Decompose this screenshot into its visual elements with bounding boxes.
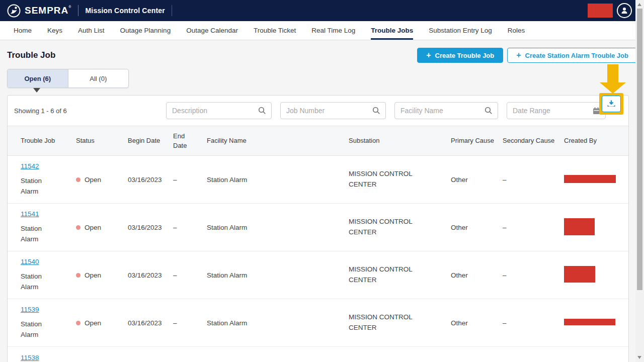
redacted-created-by: [564, 218, 595, 235]
job-type: Station Alarm: [21, 319, 50, 340]
primary-cause: Other: [451, 176, 503, 184]
trouble-jobs-card: Showing 1 - 6 of 6: [7, 95, 629, 362]
facility-name-filter: [394, 102, 498, 119]
col-primary-cause: Primary Cause: [451, 136, 503, 146]
create-trouble-job-button[interactable]: + Create Trouble Job: [417, 48, 503, 63]
col-status: Status: [76, 136, 128, 146]
header-divider: [78, 5, 78, 16]
end-date: –: [173, 319, 207, 327]
search-icon: [372, 107, 380, 115]
nav-item-roles[interactable]: Roles: [508, 21, 525, 40]
job-link-11539[interactable]: 11539: [21, 306, 39, 313]
filter-toolbar: Showing 1 - 6 of 6: [8, 96, 628, 126]
job-number-filter: [280, 102, 386, 119]
status-label: Open: [85, 224, 101, 231]
user-avatar-icon: [620, 7, 628, 15]
nav-item-outage-planning[interactable]: Outage Planning: [120, 21, 171, 40]
substation: MISSION CONTROL CENTER: [349, 169, 451, 190]
nav-item-trouble-jobs[interactable]: Trouble Jobs: [371, 21, 413, 40]
facility-name: Station Alarm: [207, 224, 349, 231]
scrollbar-up-icon[interactable]: [637, 3, 641, 6]
vertical-scrollbar[interactable]: [635, 0, 644, 362]
col-trouble-job: Trouble Job: [21, 136, 76, 146]
date-range-input[interactable]: [513, 107, 590, 115]
highlight-arrow-icon: [600, 64, 626, 94]
search-icon: [485, 107, 493, 115]
facility-name: Station Alarm: [207, 272, 349, 279]
nav-item-real-time-log[interactable]: Real Time Log: [311, 21, 355, 40]
facility-name: Station Alarm: [207, 319, 349, 327]
user-avatar-button[interactable]: [617, 3, 632, 18]
create-station-alarm-trouble-job-button[interactable]: + Create Station Alarm Trouble Job: [507, 48, 637, 63]
nav-item-trouble-ticket[interactable]: Trouble Ticket: [254, 21, 296, 40]
col-secondary-cause: Secondary Cause: [503, 136, 564, 146]
header-divider-2: [172, 5, 172, 16]
table-row: 11540 Station Alarm Open 03/16/2023 – St…: [8, 251, 628, 299]
sempra-logo: SEMPRA®: [7, 4, 71, 18]
trademark-mark: ®: [68, 5, 71, 9]
date-range-filter: [507, 102, 606, 119]
status-open-dot-icon: [76, 225, 80, 230]
tab-open[interactable]: Open (6): [8, 69, 68, 87]
begin-date: 03/16/2023: [128, 176, 173, 184]
nav-item-home[interactable]: Home: [14, 21, 32, 40]
nav-item-auth-list[interactable]: Auth List: [78, 21, 105, 40]
substation: MISSION CONTROL CENTER: [349, 264, 451, 286]
redacted-created-by: [564, 175, 616, 183]
facility-name-input[interactable]: [400, 107, 481, 115]
job-type: Station Alarm: [21, 176, 50, 197]
begin-date: 03/16/2023: [128, 224, 173, 231]
facility-name: Station Alarm: [207, 176, 349, 184]
scrollbar-down-icon[interactable]: [637, 356, 641, 359]
col-end-date: End Date: [173, 131, 207, 151]
nav-item-outage-calendar[interactable]: Outage Calendar: [186, 21, 238, 40]
search-icon: [258, 107, 266, 115]
col-begin-date: Begin Date: [128, 136, 173, 146]
status-open-dot-icon: [76, 177, 80, 182]
end-date: –: [173, 272, 207, 279]
status-open-dot-icon: [76, 273, 80, 278]
table-row: 11541 Station Alarm Open 03/16/2023 – St…: [8, 204, 628, 251]
description-input[interactable]: [172, 107, 255, 115]
redacted-created-by: [564, 319, 615, 325]
col-created-by: Created By: [564, 136, 628, 146]
begin-date: 03/16/2023: [128, 319, 173, 327]
description-filter: [166, 102, 272, 119]
end-date: –: [173, 224, 207, 231]
substation: MISSION CONTROL CENTER: [349, 217, 451, 238]
end-date: –: [173, 176, 207, 184]
main-nav: Home Keys Auth List Outage Planning Outa…: [0, 21, 644, 40]
create-station-alarm-label: Create Station Alarm Trouble Job: [525, 52, 628, 59]
export-download-button[interactable]: [602, 96, 621, 112]
job-link-11538[interactable]: 11538: [21, 354, 39, 361]
export-button-highlight: [599, 93, 623, 115]
brand-name: SEMPRA®: [25, 5, 71, 16]
sempra-logo-icon: [7, 4, 21, 18]
secondary-cause: –: [503, 176, 564, 184]
table-row: 11538 MISSION CONTROL CENTER: [8, 347, 628, 362]
top-header: SEMPRA® Mission Control Center: [0, 0, 644, 21]
secondary-cause: –: [503, 272, 564, 279]
job-link-11542[interactable]: 11542: [21, 162, 39, 170]
page-title: Trouble Job: [7, 50, 55, 60]
begin-date: 03/16/2023: [128, 272, 173, 279]
nav-item-substation-entry-log[interactable]: Substation Entry Log: [429, 21, 492, 40]
job-type: Station Alarm: [21, 272, 50, 292]
results-count: Showing 1 - 6 of 6: [14, 107, 67, 115]
job-link-11540[interactable]: 11540: [21, 258, 39, 265]
nav-item-keys[interactable]: Keys: [47, 21, 62, 40]
job-number-input[interactable]: [286, 107, 369, 115]
primary-cause: Other: [451, 224, 503, 231]
table-header: Trouble Job Status Begin Date End Date F…: [8, 126, 628, 156]
table-row: 11542 Station Alarm Open 03/16/2023 – St…: [8, 156, 628, 204]
plus-icon: +: [516, 51, 521, 59]
primary-cause: Other: [451, 319, 503, 327]
status-open-dot-icon: [76, 321, 80, 325]
secondary-cause: –: [503, 319, 564, 327]
app-title: Mission Control Center: [85, 7, 165, 15]
scrollbar-thumb[interactable]: [637, 9, 642, 290]
tab-all[interactable]: All (0): [68, 69, 129, 87]
download-icon: [607, 100, 616, 108]
substation: MISSION CONTROL CENTER: [349, 312, 451, 333]
job-link-11541[interactable]: 11541: [21, 210, 39, 218]
